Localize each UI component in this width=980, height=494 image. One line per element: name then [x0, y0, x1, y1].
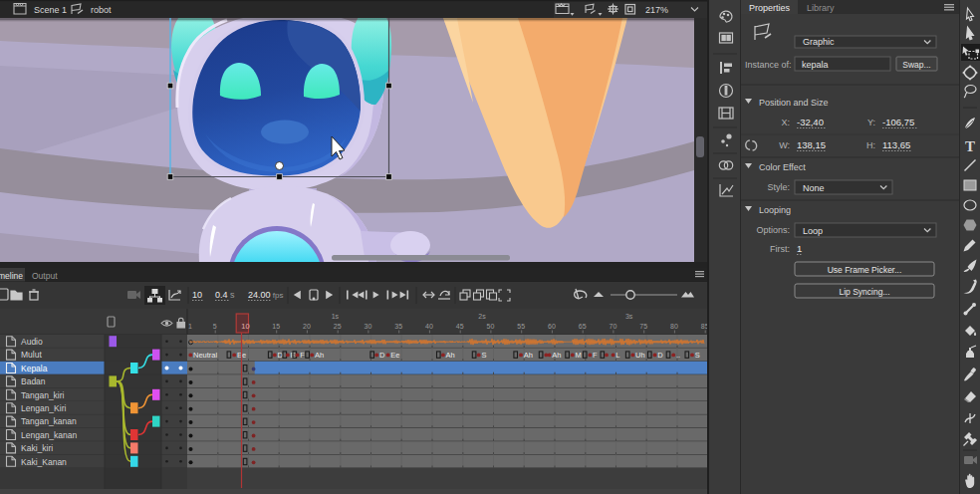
- svg-text:Ah: Ah: [552, 351, 561, 360]
- svg-text:W:: W:: [779, 140, 790, 150]
- svg-text:138,15: 138,15: [797, 139, 826, 150]
- svg-text:1: 1: [188, 323, 192, 330]
- svg-text:Uh: Uh: [635, 351, 645, 360]
- svg-text:Ah: Ah: [315, 351, 324, 360]
- svg-text:Tangan_kiri: Tangan_kiri: [21, 390, 65, 400]
- svg-text:5: 5: [213, 323, 217, 330]
- svg-text:Badan: Badan: [21, 376, 46, 386]
- svg-text:35: 35: [394, 323, 402, 330]
- svg-text:L: L: [615, 351, 619, 360]
- svg-text:-106,75: -106,75: [882, 117, 914, 127]
- svg-text:Color Effect: Color Effect: [759, 162, 806, 172]
- svg-text:Swap...: Swap...: [902, 60, 930, 70]
- svg-text:Neutral: Neutral: [193, 351, 218, 360]
- svg-text:Library: Library: [807, 3, 835, 13]
- svg-text:..: ..: [676, 351, 680, 360]
- svg-text:70: 70: [610, 323, 617, 330]
- svg-text:Lengan_kanan: Lengan_kanan: [21, 430, 78, 440]
- svg-text:24.00 fps: 24.00 fps: [248, 290, 283, 300]
- svg-text:S: S: [695, 351, 700, 360]
- svg-text:0.4 s: 0.4 s: [215, 290, 235, 300]
- svg-text:80: 80: [670, 323, 678, 330]
- svg-text:10: 10: [192, 290, 202, 300]
- svg-text:Kepala: Kepala: [21, 364, 48, 373]
- svg-text:meline: meline: [0, 271, 23, 281]
- svg-text:3s: 3s: [625, 313, 633, 320]
- svg-text:Ee: Ee: [390, 351, 399, 360]
- svg-text:20: 20: [303, 323, 311, 330]
- svg-text:25: 25: [334, 323, 342, 330]
- svg-text:Options:: Options:: [756, 225, 790, 235]
- svg-text:217%: 217%: [645, 5, 668, 15]
- svg-text:45: 45: [456, 323, 464, 330]
- svg-text:Mulut: Mulut: [21, 350, 42, 360]
- svg-text:kepala: kepala: [802, 60, 829, 70]
- svg-text:H:: H:: [866, 140, 875, 150]
- svg-text:65: 65: [579, 323, 587, 330]
- svg-text:Style:: Style:: [767, 182, 790, 192]
- svg-text:Output: Output: [32, 271, 58, 281]
- svg-text:Use Frame Picker...: Use Frame Picker...: [828, 265, 902, 275]
- svg-text:Audio: Audio: [21, 337, 43, 347]
- svg-text:30: 30: [365, 323, 372, 330]
- svg-text:2s: 2s: [478, 313, 486, 320]
- svg-text:Y:: Y:: [867, 118, 875, 127]
- svg-text:Lengan_Kiri: Lengan_Kiri: [21, 403, 66, 413]
- svg-text:Ah: Ah: [446, 351, 455, 360]
- svg-text:F: F: [300, 351, 305, 360]
- svg-text:40: 40: [425, 323, 433, 330]
- svg-text:1s: 1s: [332, 313, 340, 320]
- svg-text:55: 55: [517, 323, 525, 330]
- svg-text:Tangan_kanan: Tangan_kanan: [21, 416, 77, 426]
- svg-text:S: S: [481, 351, 486, 360]
- svg-text:15: 15: [272, 323, 280, 330]
- svg-text:113,65: 113,65: [882, 139, 910, 150]
- svg-text:None: None: [803, 183, 825, 193]
- svg-text:Kaki_Kanan: Kaki_Kanan: [21, 457, 67, 467]
- svg-text:T: T: [965, 138, 975, 154]
- svg-text:50: 50: [487, 323, 495, 330]
- svg-text:75: 75: [639, 323, 647, 330]
- svg-text:D: D: [657, 351, 663, 360]
- svg-text:Position and Size: Position and Size: [759, 98, 829, 108]
- svg-text:60: 60: [548, 323, 556, 330]
- svg-text:F: F: [593, 351, 598, 360]
- svg-text:First:: First:: [770, 244, 790, 254]
- svg-text:D: D: [379, 351, 385, 360]
- svg-text:Looping: Looping: [759, 205, 791, 215]
- svg-text:robot: robot: [91, 5, 112, 15]
- svg-text:Lip Syncing...: Lip Syncing...: [839, 287, 889, 297]
- svg-text:Properties: Properties: [749, 3, 791, 13]
- svg-text:Graphic: Graphic: [803, 37, 835, 47]
- svg-text:M: M: [576, 351, 582, 360]
- svg-text:Instance of:: Instance of:: [745, 60, 792, 70]
- svg-text:Scene 1: Scene 1: [34, 5, 67, 15]
- svg-text:Loop: Loop: [803, 226, 823, 236]
- svg-text:Kaki_kiri: Kaki_kiri: [21, 443, 53, 453]
- svg-text:1: 1: [797, 243, 802, 254]
- svg-text:10: 10: [241, 322, 249, 331]
- svg-text:X:: X:: [781, 118, 790, 127]
- svg-text:Ah: Ah: [524, 351, 533, 360]
- svg-text:-32,40: -32,40: [797, 117, 824, 127]
